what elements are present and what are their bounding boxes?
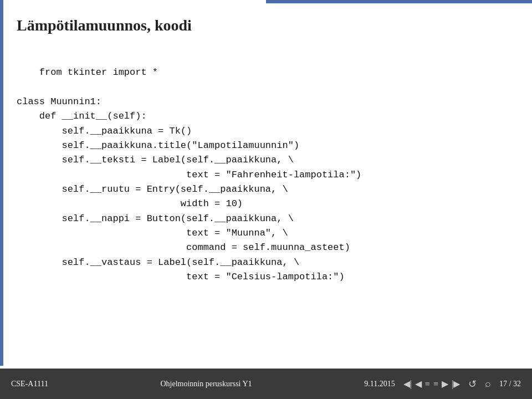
nav-next-icon[interactable]: ▶ [442,378,448,389]
code-line-13: command = self.muunna_asteet) [17,242,350,253]
nav-equiv-icon1[interactable]: ≡ [425,379,430,389]
code-line-14: self.__vastaus = Label(self.__paaikkuna,… [17,257,299,268]
footer-nav-icons: ◀| ◀ ≡ ≡ ▶ |▶ [403,378,460,389]
footer-page-number: 17 / 32 [499,380,521,388]
nav-equiv-icon2[interactable]: ≡ [433,379,438,389]
code-line-5: self.__paaikkuna = Tk() [17,126,192,136]
nav-last-icon[interactable]: |▶ [452,378,460,389]
footer-search-icon[interactable]: ⌕ [485,378,491,390]
code-block: from tkinter import * class Muunnin1: de… [17,51,515,299]
code-line-9: self.__ruutu = Entry(self.__paaikkuna, \ [17,184,288,195]
slide-title: Lämpötilamuunnos, koodi [17,17,515,34]
code-line-1: from tkinter import * [39,67,158,78]
footer-date: 9.11.2015 [364,380,395,388]
code-line-10: width = 10) [17,198,243,209]
code-line-3: class Muunnin1: [17,96,101,107]
code-line-6: self.__paaikkuna.title("Lampotilamuunnin… [17,140,299,151]
nav-prev-icon[interactable]: ◀ [415,378,422,389]
footer-bar: CSE-A1111 Ohjelmoinnin peruskurssi Y1 9.… [0,369,532,399]
code-line-15: text = "Celsius-lampotila:") [17,272,345,282]
footer-course-name: Ohjelmoinnin peruskurssi Y1 [48,380,364,388]
footer-refresh-icon[interactable]: ↺ [468,378,477,390]
footer-right-section: 9.11.2015 ◀| ◀ ≡ ≡ ▶ |▶ ↺ ⌕ 17 / 32 [364,378,521,390]
left-accent-bar [0,0,3,366]
code-line-4: def __init__(self): [17,111,147,121]
top-accent-bar [266,0,532,3]
code-line-8: text = "Fahrenheit-lampotila:") [17,170,361,180]
slide-content: Lämpötilamuunnos, koodi from tkinter imp… [17,17,515,366]
code-line-7: self.__teksti = Label(self.__paaikkuna, … [17,155,294,165]
code-line-12: text = "Muunna", \ [17,228,288,238]
code-line-11: self.__nappi = Button(self.__paaikkuna, … [17,213,294,224]
nav-first-icon[interactable]: ◀| [403,378,412,389]
footer-course-code: CSE-A1111 [11,380,48,388]
